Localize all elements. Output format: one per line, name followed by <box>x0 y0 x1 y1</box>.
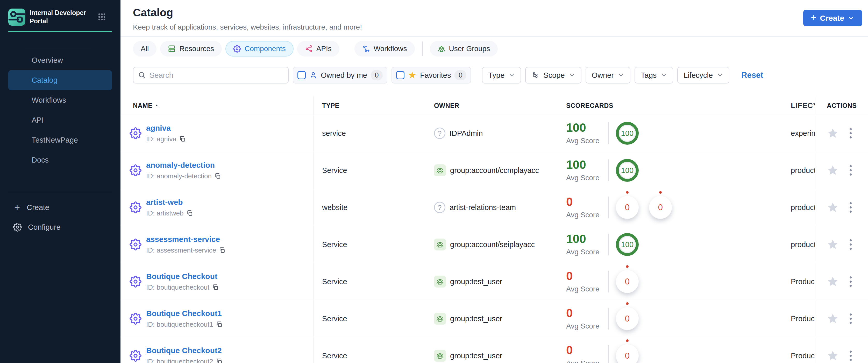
owner-name: group:account/ccmplayacc <box>450 166 539 175</box>
favorite-star-button[interactable] <box>827 239 839 250</box>
score-badge[interactable]: 0 <box>616 196 639 219</box>
tab-components[interactable]: Components <box>225 41 293 57</box>
entity-name-link[interactable]: Boutique Checkout2 <box>146 346 223 355</box>
score-badge[interactable]: 100 <box>616 233 639 256</box>
app-window: Internal Developer Portal Overview Catal… <box>0 0 868 363</box>
entity-id-text: ID: boutiquecheckout2 <box>146 358 213 363</box>
table-row[interactable]: Boutique Checkout1 ID: boutiquecheckout1… <box>121 300 868 337</box>
component-gear-icon <box>129 202 142 213</box>
gear-icon <box>233 45 241 53</box>
table-row[interactable]: assessment-service ID: assessment-servic… <box>121 226 868 263</box>
favorite-star-button[interactable] <box>827 127 839 139</box>
sidebar-item-overview[interactable]: Overview <box>0 50 121 70</box>
table-row[interactable]: Boutique Checkout2 ID: boutiquecheckout2… <box>121 337 868 363</box>
copy-icon[interactable] <box>214 173 221 179</box>
tab-all[interactable]: All <box>133 41 156 57</box>
scorecards-cell: 100 Avg Score 100 <box>556 159 784 182</box>
table-row[interactable]: Boutique Checkout ID: boutiquecheckout S… <box>121 263 868 300</box>
tab-apis[interactable]: APIs <box>297 41 339 57</box>
column-header-type[interactable]: TYPE <box>313 102 430 110</box>
table-row[interactable]: agniva ID: agniva service ? IDPAdmin <box>121 115 868 152</box>
score-badge[interactable]: 0 <box>616 307 639 330</box>
entity-name-link[interactable]: Boutique Checkout <box>146 272 219 281</box>
column-header-scorecards[interactable]: SCORECARDS <box>556 102 784 110</box>
tab-resources[interactable]: Resources <box>160 41 222 57</box>
owned-by-me-checkbox[interactable] <box>298 71 306 79</box>
type-dropdown-label: Type <box>488 71 504 80</box>
scorecard-badges: 100 <box>616 122 639 145</box>
sidebar-item-api[interactable]: API <box>0 110 121 130</box>
copy-icon[interactable] <box>186 210 193 216</box>
scope-dropdown[interactable]: Scope <box>525 67 581 84</box>
favorite-star-button[interactable] <box>827 313 839 325</box>
copy-icon[interactable] <box>216 358 223 363</box>
entity-name-link[interactable]: anomaly-detection <box>146 161 221 170</box>
owner-name: IDPAdmin <box>450 129 483 138</box>
scorecard-badges: 0 <box>616 307 639 330</box>
row-menu-button[interactable] <box>848 238 853 251</box>
group-owner-icon <box>434 313 446 325</box>
entity-kind-tabs: All Resources Components APIs <box>133 41 868 57</box>
tab-user-groups[interactable]: User Groups <box>430 41 498 57</box>
type-dropdown[interactable]: Type <box>482 67 521 84</box>
score-divider <box>608 159 609 181</box>
avg-score-label: Avg Score <box>566 285 602 293</box>
table-row[interactable]: anomaly-detection ID: anomaly-detection … <box>121 152 868 189</box>
score-badge[interactable]: 0 <box>616 270 639 293</box>
score-badge[interactable]: 100 <box>616 122 639 145</box>
row-menu-button[interactable] <box>848 201 853 214</box>
tab-divider <box>422 41 423 56</box>
sidebar-item-catalog[interactable]: Catalog <box>8 70 112 90</box>
column-header-name[interactable]: NAME <box>121 96 313 115</box>
tab-divider <box>347 41 347 56</box>
copy-icon[interactable] <box>179 135 186 142</box>
sidebar-item-workflows[interactable]: Workflows <box>0 90 121 110</box>
favorites-checkbox[interactable] <box>396 71 404 79</box>
score-badge[interactable]: 0 <box>616 344 639 363</box>
score-badge[interactable]: 100 <box>616 159 639 182</box>
scorecards-cell: 0 Avg Score 0 <box>556 344 784 363</box>
scorecard-badges: 0 <box>616 344 639 363</box>
copy-icon[interactable] <box>216 321 223 328</box>
row-menu-button[interactable] <box>848 126 853 140</box>
entity-name-link[interactable]: agniva <box>146 124 186 132</box>
workflow-icon <box>362 45 370 53</box>
tab-workflows[interactable]: Workflows <box>354 41 415 57</box>
sidebar-create-button[interactable]: + Create <box>14 203 121 212</box>
sidebar-item-docs[interactable]: Docs <box>0 150 121 170</box>
favorite-star-button[interactable] <box>827 164 839 176</box>
row-menu-button[interactable] <box>848 312 853 325</box>
favorite-star-button[interactable] <box>827 276 839 288</box>
avg-score-label: Avg Score <box>566 174 602 182</box>
lifecycle-dropdown[interactable]: Lifecycle <box>677 67 730 84</box>
copy-icon[interactable] <box>219 247 225 253</box>
score-divider <box>608 271 609 293</box>
sidebar-item-testnewpage[interactable]: TestNewPage <box>0 130 121 150</box>
entity-id-text: ID: agniva <box>146 135 177 143</box>
row-menu-button[interactable] <box>848 163 853 177</box>
entity-name-link[interactable]: assessment-service <box>146 235 225 244</box>
copy-icon[interactable] <box>212 284 219 291</box>
row-menu-button[interactable] <box>848 275 853 288</box>
reset-filters-link[interactable]: Reset <box>741 70 763 80</box>
owner-dropdown[interactable]: Owner <box>586 67 630 84</box>
column-header-actions: ACTIONS <box>815 96 868 115</box>
favorite-star-button[interactable] <box>827 350 839 362</box>
page-subtitle: Keep track of applications, services, we… <box>133 23 862 31</box>
tags-dropdown[interactable]: Tags <box>634 67 673 84</box>
entity-name-link[interactable]: artist-web <box>146 198 193 207</box>
filter-bar: Owned by me 0 ★ Favorites 0 Type Scope <box>133 67 862 84</box>
component-gear-icon <box>129 350 142 362</box>
entity-name-link[interactable]: Boutique Checkout1 <box>146 309 223 318</box>
column-header-owner[interactable]: OWNER <box>430 102 556 110</box>
score-badge[interactable]: 0 <box>649 196 672 219</box>
favorite-star-button[interactable] <box>827 202 839 213</box>
create-button[interactable]: + Create <box>803 10 862 26</box>
row-menu-button[interactable] <box>848 349 853 362</box>
sidebar-configure-button[interactable]: Configure <box>13 223 121 232</box>
table-row[interactable]: artist-web ID: artistweb website ? artis… <box>121 189 868 226</box>
search-input[interactable] <box>150 71 283 80</box>
owner-cell: ? group:test_user <box>430 350 556 362</box>
tab-workflows-label: Workflows <box>374 44 407 53</box>
apps-grid-icon[interactable] <box>97 12 106 21</box>
